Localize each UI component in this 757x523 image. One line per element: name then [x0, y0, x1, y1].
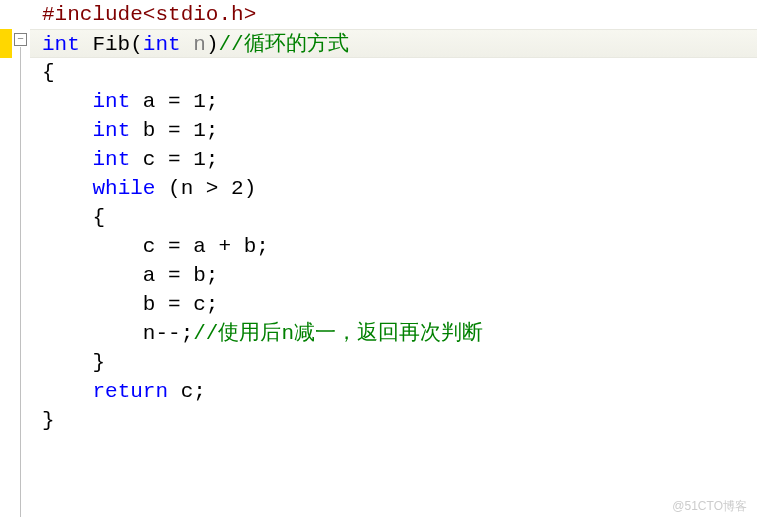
keyword: int	[92, 148, 130, 171]
keyword: while	[92, 177, 155, 200]
fold-guide-line	[20, 47, 21, 517]
indent	[42, 351, 92, 374]
indent	[42, 206, 92, 229]
code-line: b = c;	[30, 290, 757, 319]
code-line: return c;	[30, 377, 757, 406]
function-name: Fib	[80, 33, 130, 56]
code-line: int c = 1;	[30, 145, 757, 174]
code-line: while (n > 2)	[30, 174, 757, 203]
indent	[42, 177, 92, 200]
preprocessor: #include	[42, 3, 143, 26]
fold-toggle-icon[interactable]: −	[14, 33, 27, 46]
code-editor: − #include<stdio.h> int Fib(int n)//循环的方…	[0, 0, 757, 523]
statement: n--;	[143, 322, 193, 345]
code-line: }	[30, 406, 757, 435]
brace: {	[92, 206, 105, 229]
statement: a = b;	[143, 264, 219, 287]
gutter: −	[0, 0, 30, 523]
statement: a = 1;	[130, 90, 218, 113]
code-line: n--;//使用后n减一，返回再次判断	[30, 319, 757, 348]
code-line: a = b;	[30, 261, 757, 290]
keyword: int	[92, 90, 130, 113]
code-line: #include<stdio.h>	[30, 0, 757, 29]
keyword: int	[143, 33, 181, 56]
brace: {	[42, 61, 55, 84]
condition: (n > 2)	[155, 177, 256, 200]
statement: b = c;	[143, 293, 219, 316]
change-marker	[0, 29, 12, 58]
indent	[42, 119, 92, 142]
statement: b = 1;	[130, 119, 218, 142]
code-line: int b = 1;	[30, 116, 757, 145]
indent	[42, 235, 143, 258]
indent	[42, 293, 143, 316]
code-area[interactable]: #include<stdio.h> int Fib(int n)//循环的方式 …	[30, 0, 757, 523]
code-line-current: int Fib(int n)//循环的方式	[30, 29, 757, 58]
code-line: {	[30, 58, 757, 87]
paren: (	[130, 33, 143, 56]
code-line: }	[30, 348, 757, 377]
indent	[42, 90, 92, 113]
indent	[42, 148, 92, 171]
statement: c;	[168, 380, 206, 403]
comment: //循环的方式	[218, 33, 348, 56]
code-line: {	[30, 203, 757, 232]
statement: c = a + b;	[143, 235, 269, 258]
param: n	[181, 33, 206, 56]
comment: //使用后n减一，返回再次判断	[193, 322, 483, 345]
code-line: int a = 1;	[30, 87, 757, 116]
code-line: c = a + b;	[30, 232, 757, 261]
brace: }	[42, 409, 55, 432]
indent	[42, 380, 92, 403]
statement: c = 1;	[130, 148, 218, 171]
indent	[42, 264, 143, 287]
keyword: return	[92, 380, 168, 403]
brace: }	[92, 351, 105, 374]
watermark: @51CTO博客	[672, 498, 747, 515]
indent	[42, 322, 143, 345]
paren: )	[206, 33, 219, 56]
keyword: int	[92, 119, 130, 142]
header-name: <stdio.h>	[143, 3, 256, 26]
keyword: int	[42, 33, 80, 56]
